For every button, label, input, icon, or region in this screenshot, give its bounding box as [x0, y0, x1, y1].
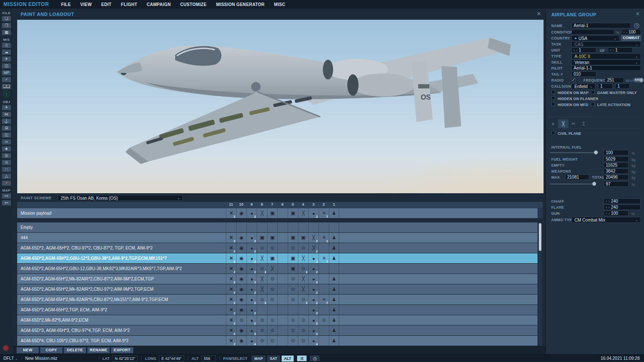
alt-view-button[interactable]: ALT [282, 356, 294, 362]
country-select[interactable]: ● USA ⌄ [571, 35, 620, 41]
combat-button[interactable]: COMBAT [621, 35, 641, 41]
save-mission-icon[interactable]: ▦ [2, 30, 11, 35]
add-static-object-icon[interactable]: ◫ [2, 132, 11, 138]
chaff-spinner[interactable]: ‹ › 240 [604, 198, 641, 204]
internal-fuel-field[interactable]: 100 [604, 150, 629, 155]
map-key-icon[interactable]: ⊶ [2, 193, 11, 199]
internal-fuel-slider[interactable] [550, 152, 597, 153]
multiplayer-roles-icon[interactable]: MP [2, 70, 11, 76]
callsign-number-field[interactable]: 1 [598, 83, 613, 89]
spin-left-icon[interactable]: ‹ [623, 30, 625, 34]
tail-number-field[interactable]: 010 [571, 71, 596, 77]
layer-mode-select[interactable]: DFLT ⌄ [3, 356, 18, 361]
spin-left-icon[interactable]: ‹ [606, 205, 607, 210]
add-trigger-zone-icon[interactable]: ◎ [2, 153, 11, 158]
tab-payload-icon[interactable]: ╳ [558, 119, 568, 128]
sat-view-button[interactable]: SAT [267, 356, 279, 362]
clock-icon[interactable]: ◷ [310, 356, 319, 361]
task-select[interactable]: CAS ⌄ [571, 41, 641, 47]
spin-right-icon[interactable]: › [608, 199, 610, 204]
spin-right-icon[interactable]: › [608, 205, 610, 210]
callsign-select[interactable]: Enfield ⌄ [571, 83, 595, 89]
fuel-weight-field[interactable]: 5029 [604, 156, 629, 162]
check-mission-icon[interactable]: ✓ [2, 77, 11, 82]
start-mission-icon[interactable]: ↑ [3, 91, 10, 97]
unit-count-spinner[interactable]: ‹ › 1 [571, 47, 596, 53]
load-slider[interactable] [550, 183, 597, 185]
spin-left-icon[interactable]: ‹ [574, 48, 575, 52]
close-icon[interactable]: ✕ [537, 11, 541, 17]
menu-item-flight[interactable]: FLIGHT [121, 2, 137, 7]
spin-left-icon[interactable]: ‹ [606, 211, 607, 216]
slider-handle[interactable] [594, 150, 598, 155]
condition-field[interactable] [571, 29, 614, 35]
payload-row[interactable]: AGM-65D*2,AGM-65H*2,GBU-12,GBU-38,MK82*3… [17, 264, 538, 274]
briefing-icon[interactable]: ▯ [2, 43, 11, 48]
mission-payload-row[interactable]: Mission payload ×2◉●2╳▣▣╳●2✳7♟ [17, 208, 538, 218]
game-master-only-checkbox[interactable] [591, 90, 595, 94]
add-waypoint-icon[interactable]: ◈ [2, 146, 11, 152]
measure-units-icon[interactable]: ≣ [297, 356, 307, 361]
tab-totals-icon[interactable]: Σ [579, 119, 589, 128]
add-template-icon[interactable]: ∷ [2, 167, 11, 172]
tab-summary-icon[interactable]: ∧ [548, 119, 558, 128]
add-point-icon[interactable]: ⊙ [2, 160, 11, 165]
payload-row[interactable]: AGM-65D*2,AGM-65H*2,Mk-82AIR*2,CBU-97*2,… [17, 284, 538, 294]
payload-row[interactable]: AGM-65D*2,Mk-82*6,AIM-9*2,ECM×2⊙●2⊙⊙⊙⊙●2… [17, 315, 538, 325]
menu-item-edit[interactable]: EDIT [101, 2, 112, 7]
menu-item-misc[interactable]: MISC [274, 2, 285, 7]
spin-right-icon[interactable]: › [626, 30, 627, 34]
rename-button[interactable]: RENAME [87, 347, 110, 353]
civil-plane-checkbox[interactable] [551, 131, 555, 135]
name-field[interactable]: Aerial-1 [571, 23, 631, 28]
measure-route-icon[interactable]: ⊷ [2, 200, 11, 206]
new-mission-icon[interactable]: ❏ [2, 16, 11, 21]
skill-select[interactable]: Veteran ⌄ [571, 59, 641, 65]
weapons-weight-field[interactable]: 3842 [604, 168, 629, 174]
hidden-on-map-checkbox[interactable] [551, 90, 555, 94]
menu-item-mission-generator[interactable]: MISSION GENERATOR [216, 2, 264, 7]
unit-total-spinner[interactable]: ‹ › 1 [608, 47, 633, 53]
spin-right-icon[interactable]: › [613, 48, 614, 52]
sortie-icon[interactable]: ✈ [2, 56, 11, 62]
record-icon[interactable] [3, 345, 9, 351]
payload-row[interactable]: AGM-65D*4, CBU-105*2,CBU-97*2, TGP, ECM,… [17, 336, 538, 346]
help-icon[interactable]: ? [634, 23, 639, 28]
hidden-on-planner-checkbox[interactable] [551, 96, 555, 100]
payload-row[interactable]: AGM-65D*2,AGM-65H*2,Mk-82AIR*6,CBU-87*2,… [17, 295, 538, 304]
spin-left-icon[interactable]: ‹ [610, 48, 611, 52]
type-select[interactable]: A-10C II ⌄ [571, 53, 641, 59]
spin-right-icon[interactable]: › [608, 211, 610, 216]
payload-row[interactable]: AGM-65D*2,AGM-65H*2,GBU-12*2,GBU-38*2,AI… [17, 253, 538, 263]
open-mission-icon[interactable]: ❐ [2, 23, 11, 28]
close-icon[interactable]: ✕ [636, 11, 640, 17]
payload-scrollbar[interactable] [538, 222, 542, 346]
empty-weight-field[interactable]: 11625 [604, 162, 629, 168]
callsign-flight-field[interactable]: 1 [615, 83, 630, 89]
menu-item-campaign[interactable]: CAMPAIGN [147, 2, 171, 7]
payload-row[interactable]: AGM-65D*2,AGM-65H*2,Mk-82AIR*2,CBU-87*2,… [17, 274, 538, 284]
condition-spinner[interactable]: ‹ › 100 [621, 29, 641, 35]
load-percent-field[interactable]: 97 [604, 181, 629, 187]
pilot-field[interactable]: Aerial-1-1 [571, 65, 641, 71]
map-view-button[interactable]: MAP [252, 356, 265, 362]
ammo-type-select[interactable]: CM Combat Mix ⌄ [571, 217, 641, 223]
payload-row[interactable]: AGM-65D*2,AGM-65H*2,TGP, ECM, AIM-9*2×2◉… [17, 305, 538, 315]
max-weight-field[interactable]: 21081 [565, 174, 589, 180]
add-aircraft-icon[interactable]: ✈ [2, 105, 11, 110]
copy-button[interactable]: COPY [40, 347, 63, 353]
radio-checkbox[interactable] [571, 78, 575, 82]
menu-item-file[interactable]: FILE [61, 2, 71, 7]
gun-spinner[interactable]: ‹ › 100 [604, 210, 629, 216]
payload-row[interactable]: 444×2◉●2▣▣▣▣╳2✳1♟ [17, 233, 538, 243]
export-button[interactable]: EXPORT [111, 347, 134, 353]
spin-left-icon[interactable]: ‹ [606, 199, 607, 204]
delete-button[interactable]: DELETE [64, 347, 86, 353]
paint-scheme-select[interactable]: 25th FS Osan AB, Korea (OS) ⌄ [58, 195, 183, 201]
menu-item-customize[interactable]: CUSTOMIZE [180, 2, 207, 7]
triggers-icon[interactable]: ❑❑ [2, 84, 11, 89]
scrollbar-thumb[interactable] [539, 223, 541, 251]
am-fm-toggle[interactable]: AM [633, 78, 644, 82]
weather-icon[interactable]: ☁ [2, 49, 11, 55]
add-group-icon[interactable]: ∞ [2, 139, 11, 145]
